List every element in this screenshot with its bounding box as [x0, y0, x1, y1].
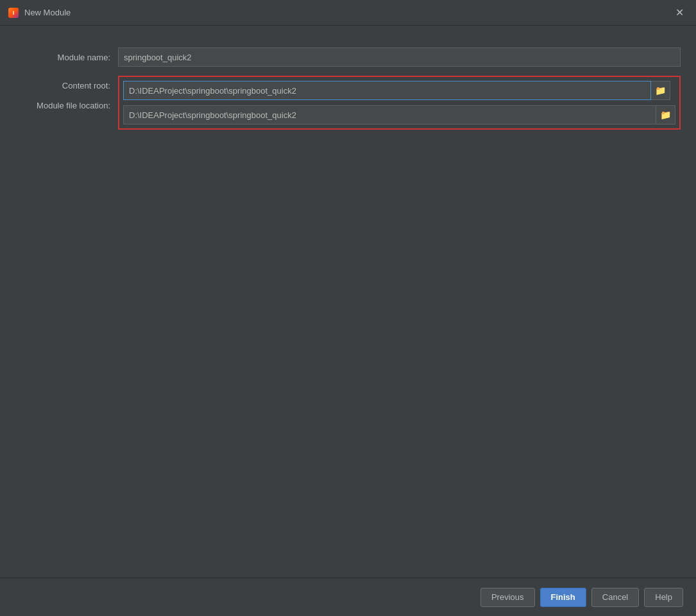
content-root-browse-button[interactable]: 📁: [651, 81, 670, 100]
module-file-location-label: Module file location:: [15, 96, 110, 110]
content-root-inner-row: 📁: [123, 81, 675, 100]
close-icon: ✕: [675, 6, 684, 19]
bottom-bar: Previous Finish Cancel Help: [0, 578, 696, 616]
idea-logo: I: [8, 8, 19, 18]
new-module-dialog: I New Module ✕ Module name: Content root…: [0, 0, 696, 616]
content-root-label: Content root:: [15, 76, 110, 90]
finish-button[interactable]: Finish: [540, 588, 586, 607]
module-file-browse-button[interactable]: 📁: [656, 105, 675, 124]
content-area: Module name: Content root:Module file lo…: [0, 26, 696, 309]
previous-button[interactable]: Previous: [480, 588, 535, 607]
module-file-folder-icon: 📁: [660, 110, 671, 120]
content-root-folder-icon: 📁: [655, 85, 666, 96]
module-name-row: Module name:: [15, 47, 681, 67]
window-title: New Module: [24, 8, 670, 17]
app-icon: I: [8, 7, 19, 19]
red-bordered-section: 📁 📁: [118, 76, 681, 130]
red-box-wrapper: Content root:Module file location: 📁: [15, 76, 681, 130]
form-fields: Module name: Content root:Module file lo…: [15, 47, 681, 130]
help-button[interactable]: Help: [644, 588, 683, 607]
close-button[interactable]: ✕: [670, 4, 688, 22]
module-name-input-group: [118, 47, 681, 67]
module-file-input-wrapper: 📁: [123, 105, 675, 124]
module-name-input[interactable]: [118, 47, 681, 67]
content-root-input[interactable]: [123, 81, 651, 100]
module-file-inner-row: 📁: [123, 105, 675, 124]
content-root-input-wrapper: 📁: [123, 81, 670, 100]
cancel-button[interactable]: Cancel: [591, 588, 639, 607]
module-file-location-input[interactable]: [123, 105, 656, 124]
module-name-label: Module name:: [15, 53, 118, 62]
spacer: [0, 309, 696, 578]
title-bar: I New Module ✕: [0, 0, 696, 26]
